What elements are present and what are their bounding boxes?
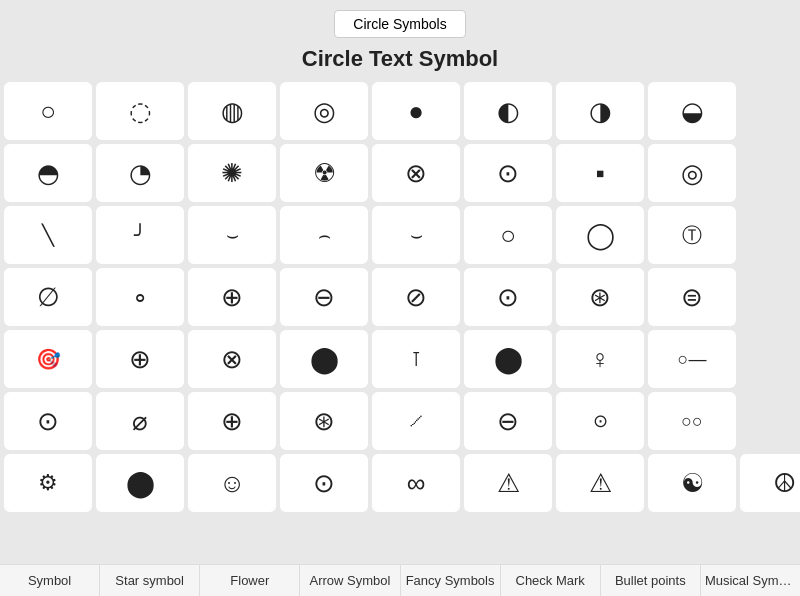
top-bar: Circle Symbols (0, 0, 800, 46)
symbol-row-5: ⊙ ⌀ ⊕ ⊛ ⟋ ⊖ ⊙ ○○ (4, 392, 796, 450)
symbol-cell[interactable]: ⬤ (280, 330, 368, 388)
symbol-cell[interactable]: ◓ (4, 144, 92, 202)
symbol-cell[interactable]: ∅ (4, 268, 92, 326)
symbol-cell[interactable]: ⊘ (372, 268, 460, 326)
symbol-cell[interactable]: ⊙ (464, 268, 552, 326)
symbol-cell[interactable]: ● (372, 82, 460, 140)
symbol-cell[interactable]: Ⓣ (648, 206, 736, 264)
nav-item-bullet-points[interactable]: Bullet points (601, 565, 701, 596)
symbol-cell[interactable]: ☺ (188, 454, 276, 512)
symbol-cell[interactable]: ╲ (4, 206, 92, 264)
bottom-nav: Symbol Star symbol Flower Arrow Symbol F… (0, 564, 800, 596)
symbol-cell[interactable]: ▪ (556, 144, 644, 202)
symbol-cell[interactable]: ◯ (556, 206, 644, 264)
symbol-cell[interactable]: ⊖ (464, 392, 552, 450)
symbol-row-0: ○ ◌ ◍ ◎ ● ◐ ◑ ◒ (4, 82, 796, 140)
circle-symbols-tab[interactable]: Circle Symbols (334, 10, 465, 38)
symbol-cell[interactable]: ⚠ (556, 454, 644, 512)
symbol-cell[interactable]: ☮ (740, 454, 800, 512)
symbol-cell[interactable]: ⊺ (372, 330, 460, 388)
symbol-cell[interactable]: ○ (464, 206, 552, 264)
nav-item-fancy-symbols[interactable]: Fancy Symbols (401, 565, 501, 596)
symbol-cell[interactable]: ✺ (188, 144, 276, 202)
symbol-cell[interactable]: ○— (648, 330, 736, 388)
symbol-cell[interactable]: ⊜ (648, 268, 736, 326)
nav-item-star-symbol[interactable]: Star symbol (100, 565, 200, 596)
symbol-cell[interactable]: ⊖ (280, 268, 368, 326)
nav-item-musical-symbols[interactable]: Musical Symbols (701, 565, 800, 596)
symbol-cell[interactable]: ⊕ (96, 330, 184, 388)
symbol-cell[interactable]: ⬤ (464, 330, 552, 388)
symbol-cell[interactable]: ⊛ (556, 268, 644, 326)
symbol-cell[interactable]: ♀ (556, 330, 644, 388)
symbol-cell[interactable]: ⟋ (372, 392, 460, 450)
symbol-cell[interactable]: ∘ (96, 268, 184, 326)
symbol-cell[interactable]: ⊗ (372, 144, 460, 202)
symbol-cell[interactable]: ⬤ (96, 454, 184, 512)
symbol-cell[interactable]: ⚠ (464, 454, 552, 512)
symbol-cell[interactable]: ⚙ (4, 454, 92, 512)
symbol-cell[interactable]: ⌣ (188, 206, 276, 264)
symbol-cell[interactable]: ◍ (188, 82, 276, 140)
symbol-row-6: ⚙ ⬤ ☺ ⊙ ∞ ⚠ ⚠ ☯ ☮ (4, 454, 796, 512)
symbol-cell[interactable]: ⊗ (188, 330, 276, 388)
symbol-cell[interactable]: ○ (4, 82, 92, 140)
symbol-cell[interactable]: ⊕ (188, 392, 276, 450)
symbol-cell[interactable]: ◒ (648, 82, 736, 140)
symbol-cell[interactable]: ⊛ (280, 392, 368, 450)
symbol-row-2: ╲ ╯ ⌣ ⌢ ⌣ ○ ◯ Ⓣ (4, 206, 796, 264)
page-title: Circle Text Symbol (0, 46, 800, 72)
symbol-cell[interactable]: ⊙ (4, 392, 92, 450)
symbol-row-3: ∅ ∘ ⊕ ⊖ ⊘ ⊙ ⊛ ⊜ (4, 268, 796, 326)
symbol-row-1: ◓ ◔ ✺ ☢ ⊗ ⊙ ▪ ◎ (4, 144, 796, 202)
symbol-cell[interactable]: ○○ (648, 392, 736, 450)
symbols-grid: ○ ◌ ◍ ◎ ● ◐ ◑ ◒ ◓ ◔ ✺ ☢ ⊗ ⊙ ▪ ◎ ╲ ╯ ⌣ ⌢ … (0, 82, 800, 512)
symbol-cell[interactable]: ⌢ (280, 206, 368, 264)
symbol-cell[interactable]: ⊙ (464, 144, 552, 202)
symbol-cell[interactable]: ⊕ (188, 268, 276, 326)
symbol-cell[interactable]: ⌀ (96, 392, 184, 450)
nav-item-symbol[interactable]: Symbol (0, 565, 100, 596)
symbol-cell[interactable]: ⌣ (372, 206, 460, 264)
symbol-cell[interactable]: ◔ (96, 144, 184, 202)
symbol-row-4: 🎯 ⊕ ⊗ ⬤ ⊺ ⬤ ♀ ○— (4, 330, 796, 388)
symbol-cell[interactable]: ◌ (96, 82, 184, 140)
nav-item-check-mark[interactable]: Check Mark (501, 565, 601, 596)
symbol-cell[interactable]: ◑ (556, 82, 644, 140)
nav-item-arrow-symbol[interactable]: Arrow Symbol (300, 565, 400, 596)
symbol-cell[interactable]: ◐ (464, 82, 552, 140)
symbol-cell[interactable]: ◎ (280, 82, 368, 140)
symbol-cell[interactable]: 🎯 (4, 330, 92, 388)
symbol-cell[interactable]: ⊙ (280, 454, 368, 512)
nav-item-flower[interactable]: Flower (200, 565, 300, 596)
symbol-cell[interactable]: ☢ (280, 144, 368, 202)
symbol-cell[interactable]: ⊙ (556, 392, 644, 450)
symbol-cell[interactable]: ◎ (648, 144, 736, 202)
symbol-cell[interactable]: ╯ (96, 206, 184, 264)
symbol-cell[interactable]: ☯ (648, 454, 736, 512)
symbol-cell[interactable]: ∞ (372, 454, 460, 512)
